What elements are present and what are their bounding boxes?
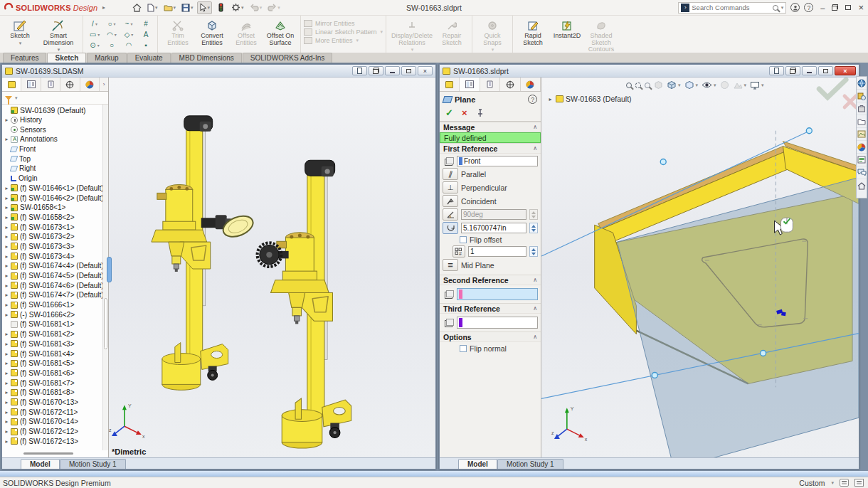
open-document-button[interactable]: ▾ — [162, 1, 179, 14]
tab-solidworks-addins[interactable]: SOLIDWORKS Add-Ins — [243, 53, 332, 63]
second-reference-input[interactable] — [457, 288, 538, 300]
dropdown-caret[interactable]: ▾ — [208, 5, 211, 11]
assembly-window-titlebar[interactable]: SW-01639.SLDASM × — [2, 65, 435, 78]
dropdown-caret[interactable]: ▾ — [191, 5, 194, 11]
custom-properties-tab[interactable] — [857, 154, 867, 166]
mid-plane-row[interactable]: ≡ Mid Plane — [440, 258, 541, 272]
tree-item[interactable]: (f) SW-01658<2> — [2, 213, 102, 223]
tree-item[interactable]: (f) SW-01673<3> — [2, 242, 102, 252]
motion-study-tab[interactable]: Motion Study 1 — [60, 459, 126, 469]
featuremanager-tree-tab[interactable] — [440, 78, 460, 91]
tree-item[interactable]: Right — [2, 164, 102, 174]
tree-filter-row[interactable]: ▾ — [2, 92, 108, 105]
edit-appearance-button[interactable] — [719, 80, 730, 90]
tab-markup[interactable]: Markup — [87, 53, 126, 63]
options-section-header[interactable]: Options ∧ — [440, 331, 541, 342]
minimize-window-button[interactable] — [385, 66, 400, 75]
dropdown-caret[interactable]: ▾ — [781, 5, 784, 11]
tree-item[interactable]: (f) SW-01681<6> — [2, 368, 102, 378]
dropdown-caret[interactable]: ▾ — [678, 83, 681, 88]
tile-window-button[interactable] — [785, 66, 800, 75]
perpendicular-row[interactable]: ⊥ Perpendicular — [440, 181, 541, 194]
fillet-tool[interactable]: ◠ — [120, 40, 137, 51]
dropdown-caret[interactable]: ▾ — [58, 47, 60, 52]
tree-item[interactable]: (f) SW-01681<2> — [2, 329, 102, 339]
dropdown-caret[interactable]: ▾ — [714, 83, 716, 88]
search-commands-box[interactable]: › ▾ — [678, 2, 786, 14]
tab-evaluate[interactable]: Evaluate — [127, 53, 171, 63]
login-account-icon[interactable] — [790, 3, 800, 12]
part-viewport[interactable]: ▾ ▾ ▾ ▾ ▾ ▸ SW-01663 (Default) — [541, 78, 859, 457]
model-tab[interactable]: Model — [21, 459, 60, 469]
tree-item[interactable]: (f) SW-01681<4> — [2, 349, 102, 359]
tile-window-button[interactable] — [369, 66, 383, 75]
angle-spinner[interactable] — [529, 209, 538, 220]
dropdown-caret[interactable]: ▾ — [155, 5, 158, 11]
expander-icon[interactable] — [4, 418, 10, 425]
new-document-button[interactable]: ▾ — [145, 1, 160, 14]
dropdown-caret[interactable]: ▾ — [831, 480, 834, 486]
dropdown-caret[interactable]: ▾ — [744, 83, 747, 88]
tree-item[interactable]: (f) SW-01674<6> (Default) — [2, 280, 102, 290]
configurationmanager-tab[interactable] — [41, 78, 60, 91]
expander-icon[interactable] — [4, 224, 10, 230]
collapse-chevron-icon[interactable]: ∧ — [533, 124, 537, 130]
tree-item[interactable]: (f) SW-01681<7> — [2, 378, 102, 388]
tree-item[interactable]: Top — [2, 154, 102, 164]
forum-tab[interactable] — [857, 166, 867, 179]
sketch-button[interactable]: Sketch ▾ — [3, 17, 37, 46]
tree-item[interactable]: (f) SW-01672<13> — [2, 436, 102, 446]
flip-offset-checkbox[interactable] — [460, 236, 467, 243]
select-tool-button[interactable]: ▾ — [197, 1, 213, 14]
design-library-tab[interactable] — [857, 90, 867, 102]
collapse-chevron-icon[interactable]: ∧ — [533, 334, 537, 340]
expander-icon[interactable] — [4, 262, 10, 269]
dropdown-caret[interactable]: ▾ — [356, 38, 359, 43]
trim-entities-button[interactable]: Trim Entities — [161, 17, 195, 46]
panel-expand-icon[interactable]: › — [100, 78, 108, 91]
dropdown-caret[interactable]: ▾ — [492, 47, 494, 52]
point-tool[interactable]: ▪ — [137, 40, 154, 51]
search-input[interactable] — [692, 4, 770, 11]
expander-icon[interactable] — [4, 360, 10, 366]
ellipse-tool[interactable]: ◇▾ — [120, 29, 137, 40]
expander-icon[interactable] — [4, 341, 10, 347]
section-view-button[interactable] — [653, 80, 664, 90]
appearances-scenes-tab[interactable] — [857, 141, 867, 154]
quick-snaps-button[interactable]: Quick Snaps ▾ — [475, 17, 509, 52]
tree-item[interactable]: (f) SW-01666<1> — [2, 300, 102, 310]
expander-icon[interactable] — [4, 331, 10, 337]
expander-icon[interactable] — [4, 389, 10, 396]
tree-item[interactable]: (f) SW-01681<8> — [2, 388, 102, 398]
expander-icon[interactable] — [4, 204, 10, 211]
linear-sketch-pattern-button[interactable]: Linear Sketch Pattern▾ — [304, 28, 383, 36]
tree-item[interactable]: Origin — [2, 174, 102, 184]
maximize-button[interactable] — [845, 5, 851, 10]
tree-scrollbar-thumb[interactable] — [104, 298, 107, 349]
rectangle-tool[interactable]: ▭▾ — [86, 29, 103, 40]
rebuild-traffic-light-button[interactable] — [213, 1, 228, 14]
tree-item[interactable]: (f) SW-01673<4> — [2, 251, 102, 261]
tree-item[interactable]: SW-01658<1> — [2, 203, 102, 213]
unit-system-selector[interactable]: Custom — [799, 479, 825, 487]
expander-icon[interactable] — [4, 380, 10, 386]
dropdown-caret[interactable]: ▾ — [114, 21, 116, 26]
propertymanager-tab[interactable] — [460, 78, 480, 91]
polygon-tool[interactable]: ○ — [103, 40, 120, 51]
parallel-row[interactable]: ∥ Parallel — [440, 167, 541, 181]
tree-item[interactable]: (f) SW-01670<13> — [2, 398, 102, 408]
menu-flyout-icon[interactable]: ▸ — [102, 4, 105, 11]
tree-item[interactable]: (f) SW-01681<3> — [2, 339, 102, 349]
solidworks-logo[interactable]: SOLIDWORKS Design ▸ — [0, 3, 111, 12]
zoom-area-button[interactable] — [635, 82, 642, 89]
tree-item[interactable]: (f) SW-01646<2> (Default) — [2, 193, 102, 203]
expander-icon[interactable] — [4, 233, 10, 240]
dropdown-caret[interactable]: ▾ — [95, 21, 97, 26]
confirm-ok-icon[interactable] — [819, 80, 846, 97]
tree-item[interactable]: Front — [2, 144, 102, 154]
search-icon[interactable] — [773, 5, 778, 11]
expander-icon[interactable] — [4, 253, 10, 260]
save-button[interactable]: ▾ — [179, 1, 196, 14]
tree-item[interactable]: (f) SW-01646<1> (Default) — [2, 184, 102, 193]
tree-item[interactable]: (f) SW-01674<4> (Default) — [2, 261, 102, 271]
